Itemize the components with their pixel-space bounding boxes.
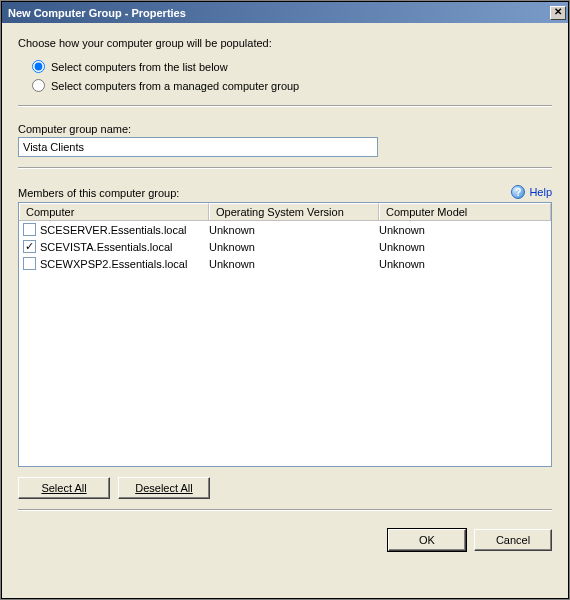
table-row[interactable]: SCEWXPSP2.Essentials.localUnknownUnknown — [19, 255, 551, 272]
table-row[interactable]: SCESERVER.Essentials.localUnknownUnknown — [19, 221, 551, 238]
dialog-window: New Computer Group - Properties ✕ Choose… — [1, 1, 569, 599]
divider — [18, 105, 552, 107]
close-button[interactable]: ✕ — [550, 6, 566, 20]
close-icon: ✕ — [554, 6, 562, 17]
help-link[interactable]: ? Help — [511, 185, 552, 199]
column-computer[interactable]: Computer — [19, 203, 209, 220]
group-name-input[interactable] — [18, 137, 378, 157]
radio-from-list-input[interactable] — [32, 60, 45, 73]
row-model: Unknown — [379, 258, 547, 270]
help-icon: ? — [511, 185, 525, 199]
radio-from-managed[interactable]: Select computers from a managed computer… — [32, 79, 552, 92]
row-model: Unknown — [379, 241, 547, 253]
column-os-version[interactable]: Operating System Version — [209, 203, 379, 220]
row-computer: SCESERVER.Essentials.local — [40, 224, 187, 236]
row-os-version: Unknown — [209, 224, 379, 236]
row-os-version: Unknown — [209, 241, 379, 253]
list-header: Computer Operating System Version Comput… — [19, 203, 551, 221]
group-name-label: Computer group name: — [18, 123, 552, 135]
row-checkbox[interactable] — [23, 257, 36, 270]
column-model[interactable]: Computer Model — [379, 203, 551, 220]
members-label: Members of this computer group: — [18, 187, 179, 199]
row-checkbox[interactable]: ✓ — [23, 240, 36, 253]
instruction-text: Choose how your computer group will be p… — [18, 37, 552, 49]
table-row[interactable]: ✓SCEVISTA.Essentials.localUnknownUnknown — [19, 238, 551, 255]
ok-button[interactable]: OK — [388, 529, 466, 551]
deselect-all-button[interactable]: Deselect All — [118, 477, 210, 499]
dialog-content: Choose how your computer group will be p… — [2, 23, 568, 598]
list-body: SCESERVER.Essentials.localUnknownUnknown… — [19, 221, 551, 272]
row-checkbox[interactable] — [23, 223, 36, 236]
help-label: Help — [529, 186, 552, 198]
row-computer: SCEWXPSP2.Essentials.local — [40, 258, 187, 270]
row-computer: SCEVISTA.Essentials.local — [40, 241, 172, 253]
row-os-version: Unknown — [209, 258, 379, 270]
radio-from-managed-input[interactable] — [32, 79, 45, 92]
cancel-button[interactable]: Cancel — [474, 529, 552, 551]
divider — [18, 167, 552, 169]
window-title: New Computer Group - Properties — [8, 7, 186, 19]
radio-from-list-label: Select computers from the list below — [51, 61, 228, 73]
select-all-button[interactable]: Select All — [18, 477, 110, 499]
divider — [18, 509, 552, 511]
radio-from-list[interactable]: Select computers from the list below — [32, 60, 552, 73]
titlebar: New Computer Group - Properties ✕ — [2, 2, 568, 23]
row-model: Unknown — [379, 224, 547, 236]
members-listbox: Computer Operating System Version Comput… — [18, 202, 552, 467]
radio-from-managed-label: Select computers from a managed computer… — [51, 80, 299, 92]
